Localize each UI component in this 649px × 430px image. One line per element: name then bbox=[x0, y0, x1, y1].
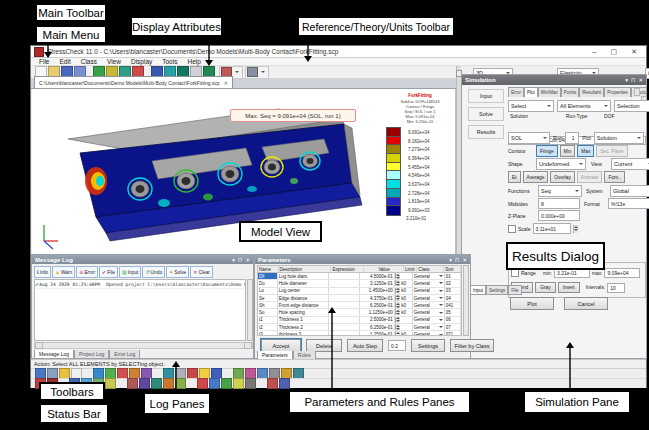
pane-float-icon[interactable]: ⊓ bbox=[238, 257, 242, 263]
parameter-row[interactable]: t2 Thickness 2 6.2500e-01 General 07 bbox=[258, 324, 461, 331]
param-class-select[interactable]: General bbox=[413, 295, 445, 301]
plot-tool-button[interactable]: Animate bbox=[577, 171, 603, 183]
fork-fitting-model[interactable] bbox=[40, 103, 376, 253]
parameter-row[interactable]: t1 Thickness 1 2.5000e-01 General 06 bbox=[258, 317, 461, 324]
toolbar-icon[interactable] bbox=[187, 379, 196, 388]
document-tab[interactable]: C:\Users\blancaster\Documents\Demo Model… bbox=[34, 76, 233, 88]
toolbar-icon[interactable] bbox=[117, 379, 126, 388]
param-class-select[interactable]: General bbox=[413, 317, 445, 323]
run-field[interactable]: 1 bbox=[565, 132, 579, 144]
plot-button[interactable]: Plot bbox=[510, 297, 554, 310]
zplane-field[interactable]: 0.000e+00 bbox=[538, 210, 580, 221]
pane-float-icon[interactable]: ⊓ bbox=[455, 257, 459, 263]
menu-item[interactable]: File bbox=[35, 57, 53, 66]
param-class-select[interactable]: General bbox=[413, 331, 445, 336]
toolbar-icon[interactable] bbox=[209, 378, 220, 389]
simulation-bottom-tab[interactable]: Input bbox=[470, 285, 486, 295]
simulation-nav-button[interactable]: Solve bbox=[468, 107, 504, 121]
col-expression[interactable]: Expression bbox=[331, 266, 364, 272]
col-description[interactable]: Description bbox=[279, 266, 332, 272]
results-tab[interactable]: Properties bbox=[604, 87, 631, 97]
param-class-select[interactable]: General bbox=[413, 288, 445, 294]
parameters-vscrollbar[interactable] bbox=[463, 265, 469, 336]
chevron-down-icon[interactable] bbox=[232, 68, 241, 77]
view-select[interactable]: Current bbox=[611, 158, 649, 170]
plot-type-select[interactable]: Solution bbox=[594, 132, 644, 144]
simulation-bottom-tab[interactable]: Settings bbox=[486, 285, 508, 295]
scale-spinner[interactable] bbox=[573, 225, 579, 233]
results-tab[interactable]: Plot bbox=[524, 87, 538, 97]
param-class-select[interactable]: General bbox=[413, 309, 445, 315]
col-class[interactable]: Class bbox=[417, 266, 444, 272]
simulation-nav-button[interactable]: Results bbox=[468, 125, 504, 139]
toolbar-icon[interactable] bbox=[245, 378, 256, 389]
tab-scroll-left[interactable] bbox=[634, 88, 640, 96]
contour-button[interactable]: Fringe bbox=[536, 145, 558, 157]
contour-button[interactable]: Min bbox=[560, 145, 576, 157]
toolbar-combo-icon[interactable] bbox=[245, 66, 269, 79]
log-filter-button[interactable]: ✕ Clear bbox=[190, 266, 213, 278]
cancel-button[interactable]: Cancel bbox=[564, 297, 608, 310]
settings-button[interactable]: Settings bbox=[411, 339, 445, 352]
log-tab[interactable]: Project Log bbox=[74, 350, 109, 359]
toolbar-icon[interactable] bbox=[279, 378, 290, 389]
plot-tool-button[interactable]: Font.. bbox=[604, 171, 624, 183]
log-filter-button[interactable]: ✔ File bbox=[99, 266, 118, 278]
param-class-select[interactable]: General bbox=[413, 280, 445, 286]
log-filter-button[interactable]: ⊘ Error bbox=[76, 266, 98, 278]
fringe-button[interactable]: Gray bbox=[535, 282, 555, 293]
format-field[interactable]: %!13e bbox=[608, 198, 649, 209]
pane-close-icon[interactable]: ✕ bbox=[245, 257, 250, 263]
parameter-row[interactable]: t3 thickness 3 1.2500e-01 k0 General 071 bbox=[258, 331, 461, 336]
tab-close-icon[interactable]: ✕ bbox=[224, 80, 228, 86]
pane-float-icon[interactable]: ⊓ bbox=[631, 77, 635, 83]
log-filter-button[interactable]: ▥ Input bbox=[119, 266, 141, 278]
filter-by-class-button[interactable]: Filter by Class bbox=[450, 339, 494, 352]
minimize-icon[interactable]: – bbox=[593, 48, 597, 56]
simulation-bottom-tab[interactable]: File bbox=[508, 285, 521, 295]
pane-menu-icon[interactable]: ▾ bbox=[449, 257, 452, 263]
toolbar-icon[interactable] bbox=[127, 378, 138, 389]
system-select[interactable]: Global bbox=[610, 185, 649, 197]
midsides-field[interactable]: 8 bbox=[538, 198, 580, 209]
toolbar-icon[interactable] bbox=[105, 378, 116, 389]
menu-item[interactable]: Tools bbox=[158, 57, 181, 66]
menu-item[interactable]: Edit bbox=[55, 57, 74, 66]
plot-tool-button[interactable]: Overlay bbox=[550, 171, 575, 183]
col-limit[interactable]: Limit bbox=[404, 266, 417, 272]
plot-tool-button[interactable]: Et bbox=[508, 171, 521, 183]
shape-select[interactable]: Undeformed bbox=[536, 158, 586, 170]
log-filter-button[interactable]: ℹ Info bbox=[34, 266, 51, 278]
contour-button[interactable]: Max bbox=[577, 145, 594, 157]
function-select[interactable]: Seq bbox=[538, 185, 582, 197]
parameter-row[interactable]: Se Edge distance 4.3750e-01 k0 General 0… bbox=[258, 295, 461, 302]
col-sort[interactable]: Sort bbox=[444, 266, 461, 272]
param-class-select[interactable]: General bbox=[413, 273, 445, 279]
scale-field[interactable]: 3.11e+01 bbox=[533, 223, 571, 234]
col-name[interactable]: Name bbox=[258, 266, 279, 272]
results-tab[interactable]: Error bbox=[508, 87, 524, 97]
menu-item[interactable]: Help bbox=[183, 57, 204, 66]
log-tab[interactable]: Error Log bbox=[109, 350, 140, 359]
pane-close-icon[interactable]: ✕ bbox=[638, 77, 643, 83]
message-log-list[interactable]: ✔ Aug 24 2020 01:25:40PM Opened project … bbox=[34, 279, 246, 341]
toolbar-icon[interactable] bbox=[83, 369, 92, 378]
parameter-row[interactable]: Do Hole diameter 3.1250e-01 k0 General 0… bbox=[258, 280, 461, 287]
parameter-row[interactable]: So Hole spacing 1.1250e+00 k0 General 05 bbox=[258, 309, 461, 316]
toolbar-icon[interactable] bbox=[163, 378, 174, 389]
close-icon[interactable]: ✕ bbox=[631, 48, 637, 56]
menu-item[interactable]: Display bbox=[127, 57, 156, 66]
selection-select[interactable]: Selection bbox=[614, 100, 649, 112]
col-value[interactable]: Value bbox=[364, 266, 404, 272]
pane-menu-icon[interactable]: ▾ bbox=[232, 257, 235, 263]
plot-tool-button[interactable]: Average bbox=[523, 171, 549, 183]
log-filter-button[interactable]: ✦ Solve bbox=[166, 266, 189, 278]
log-vscrollbar[interactable] bbox=[247, 279, 253, 341]
range-checkbox[interactable] bbox=[511, 269, 519, 277]
results-tab[interactable]: Points bbox=[561, 87, 580, 97]
pane-close-icon[interactable]: ✕ bbox=[462, 257, 467, 263]
parameter-row[interactable]: Lo Lug center 1.4500e+00 k0 General 03 bbox=[258, 288, 461, 295]
fringe-button[interactable]: Invert bbox=[558, 282, 580, 293]
chevron-down-icon[interactable] bbox=[258, 68, 267, 77]
log-filter-button[interactable]: ↺ Undo bbox=[142, 266, 165, 278]
